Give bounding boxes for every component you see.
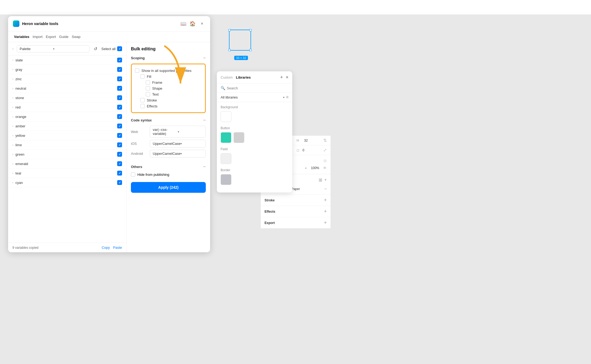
list-item[interactable]: › lime xyxy=(8,140,126,150)
select-all-checkbox[interactable] xyxy=(117,46,122,51)
stroke-section: Stroke + xyxy=(261,194,331,206)
list-item[interactable]: › green xyxy=(8,150,126,159)
effects-add-button[interactable]: + xyxy=(324,209,327,214)
scope-item-frame[interactable]: Frame xyxy=(135,79,202,85)
nav-variables[interactable]: Variables xyxy=(13,34,30,39)
scope-checkbox-frame[interactable] xyxy=(146,80,150,85)
tab-custom[interactable]: Custom xyxy=(221,75,233,79)
canvas-shape[interactable]: 33 × 32 xyxy=(229,30,253,52)
variable-checkbox[interactable] xyxy=(117,105,122,110)
variable-checkbox[interactable] xyxy=(117,180,122,185)
select-all-area[interactable]: Select all xyxy=(101,46,122,51)
scope-checkbox-shape[interactable] xyxy=(146,86,150,90)
close-button[interactable]: × xyxy=(199,20,205,27)
variable-checkbox[interactable] xyxy=(117,124,122,128)
list-item[interactable]: › emerald xyxy=(8,159,126,169)
handle-top-left[interactable] xyxy=(228,29,231,31)
scope-checkbox-fill[interactable] xyxy=(140,74,145,79)
refresh-button[interactable]: ↺ xyxy=(92,45,99,52)
list-view-icon[interactable]: ≡ xyxy=(286,95,288,100)
fill-grid-icon[interactable]: ⊞ xyxy=(319,177,322,183)
code-ios-select[interactable]: UpperCamelCase ▾ xyxy=(150,140,206,148)
variable-checkbox[interactable] xyxy=(117,95,122,100)
lib-swatch[interactable] xyxy=(221,153,231,164)
nav-swap[interactable]: Swap xyxy=(71,34,82,39)
variable-name: lime xyxy=(15,143,117,147)
scope-item-effects[interactable]: Effects xyxy=(135,103,202,109)
visibility-icon[interactable]: 👁 xyxy=(323,166,327,170)
paste-button[interactable]: Paste xyxy=(113,246,122,250)
add-library-icon[interactable]: + xyxy=(280,75,283,80)
book-icon[interactable]: 📖 xyxy=(180,21,186,27)
variable-checkbox[interactable] xyxy=(117,58,122,62)
fill-remove-button[interactable]: − xyxy=(324,187,327,191)
lib-swatch[interactable] xyxy=(221,132,231,143)
code-syntax-collapse-button[interactable]: − xyxy=(203,117,206,123)
code-android-select[interactable]: UpperCamelCase ▾ xyxy=(150,150,206,158)
variable-checkbox[interactable] xyxy=(117,86,122,91)
scope-checkbox-effects[interactable] xyxy=(140,104,145,108)
stroke-add-button[interactable]: + xyxy=(324,197,327,203)
lib-category-title: Border xyxy=(221,168,288,172)
variable-checkbox[interactable] xyxy=(117,142,122,147)
link-proportions-icon[interactable]: ⇅ xyxy=(323,138,327,143)
list-item[interactable]: › yellow xyxy=(8,131,126,140)
search-input[interactable] xyxy=(227,86,288,90)
hide-from-publishing-item[interactable]: Hide from publishing xyxy=(131,172,206,177)
lib-header-actions: + × xyxy=(280,75,288,80)
list-item[interactable]: › gray xyxy=(8,65,126,74)
home-icon[interactable]: 🏠 xyxy=(190,21,196,27)
layer-settings-icon[interactable]: ⊙ xyxy=(324,159,327,163)
nav-import[interactable]: Import xyxy=(32,34,44,39)
lib-swatch[interactable] xyxy=(234,132,244,143)
lib-swatch[interactable] xyxy=(221,111,231,122)
corner-value[interactable]: 0 xyxy=(303,148,321,152)
fill-add-icon[interactable]: + xyxy=(324,177,327,183)
scope-checkbox-stroke[interactable] xyxy=(140,98,145,102)
others-collapse-button[interactable]: − xyxy=(203,164,206,170)
scoping-section-header: Scoping − xyxy=(131,55,206,61)
palette-select[interactable]: Palette ▾ xyxy=(17,45,89,52)
list-item[interactable]: › cyan xyxy=(8,178,126,187)
nav-export[interactable]: Export xyxy=(45,34,57,39)
handle-top-right[interactable] xyxy=(249,29,252,31)
variable-checkbox[interactable] xyxy=(117,171,122,176)
handle-bottom-left[interactable] xyxy=(228,49,231,51)
sidebar-chevron[interactable]: › xyxy=(12,47,13,51)
nav-guide[interactable]: Guide xyxy=(58,34,70,39)
scoping-collapse-button[interactable]: − xyxy=(203,55,206,61)
variable-checkbox[interactable] xyxy=(117,152,122,157)
list-item[interactable]: › slate xyxy=(8,55,126,65)
list-item[interactable]: › amber xyxy=(8,121,126,131)
variable-checkbox[interactable] xyxy=(117,161,122,166)
list-item[interactable]: › orange xyxy=(8,112,126,121)
variable-checkbox[interactable] xyxy=(117,133,122,138)
blend-chevron-icon[interactable]: ▾ xyxy=(305,167,307,170)
scope-item-shape[interactable]: Shape xyxy=(135,85,202,91)
scope-checkbox-all[interactable] xyxy=(135,68,139,73)
copy-button[interactable]: Copy xyxy=(102,246,110,250)
scope-item-fill[interactable]: Fill xyxy=(135,74,202,79)
tab-libraries[interactable]: Libraries xyxy=(236,75,251,79)
handle-bottom-right[interactable] xyxy=(249,49,252,51)
code-web-select[interactable]: var(--css-variable) ▾ xyxy=(150,126,206,138)
list-item[interactable]: › teal xyxy=(8,169,126,178)
close-library-icon[interactable]: × xyxy=(286,75,288,80)
variable-checkbox[interactable] xyxy=(117,67,122,72)
variable-checkbox[interactable] xyxy=(117,76,122,81)
apply-button[interactable]: Apply (242) xyxy=(131,182,206,193)
scope-item-stroke[interactable]: Stroke xyxy=(135,97,202,103)
scope-item-all[interactable]: Show in all supported properties xyxy=(135,68,202,74)
scope-checkbox-text[interactable] xyxy=(146,92,150,96)
hide-checkbox[interactable] xyxy=(131,172,135,177)
lib-swatch[interactable] xyxy=(221,174,231,185)
list-item[interactable]: › zinc xyxy=(8,74,126,84)
list-item[interactable]: › red xyxy=(8,103,126,112)
opacity-value[interactable]: 100% xyxy=(311,166,319,170)
list-item[interactable]: › stone xyxy=(8,93,126,103)
variable-checkbox[interactable] xyxy=(117,114,122,119)
scope-item-text[interactable]: Text xyxy=(135,91,202,97)
export-add-button[interactable]: + xyxy=(324,220,327,226)
list-item[interactable]: › neutral xyxy=(8,84,126,93)
height-value[interactable]: 32 xyxy=(304,139,321,142)
